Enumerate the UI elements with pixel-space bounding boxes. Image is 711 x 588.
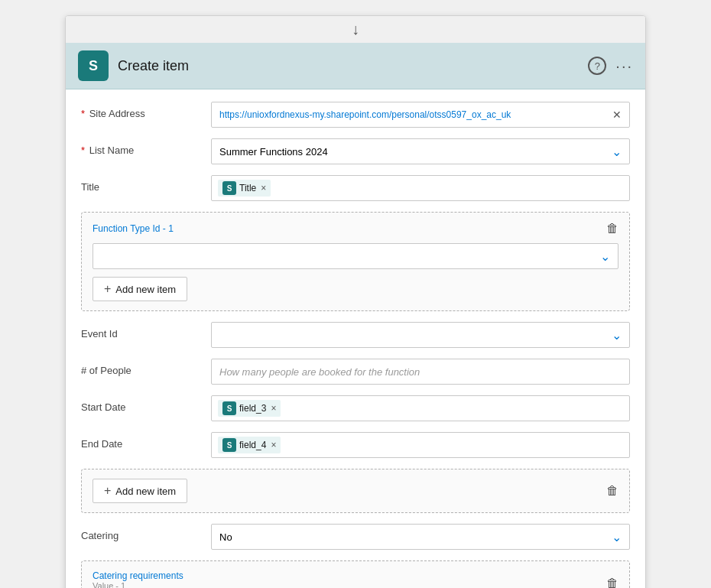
- title-token: S Title ×: [218, 180, 271, 197]
- event-id-label: Event Id: [81, 322, 203, 339]
- add-date-item-button[interactable]: + Add new item: [93, 479, 187, 503]
- end-date-input[interactable]: S field_4 ×: [211, 432, 630, 458]
- catering-req-delete-button[interactable]: 🗑: [606, 577, 618, 588]
- catering-value: No: [219, 531, 232, 543]
- function-type-header: Function Type Id - 1 🗑: [93, 222, 618, 236]
- site-address-row: * Site Address https://unioxfordnexus-my…: [81, 102, 630, 128]
- list-name-row: * List Name Summer Functions 2024 ⌄: [81, 138, 630, 164]
- start-date-token-label: field_3: [239, 403, 266, 414]
- num-people-label: # of People: [81, 359, 203, 376]
- add-date-plus-icon: +: [104, 484, 111, 498]
- catering-req-title: Catering requirements: [93, 570, 183, 581]
- num-people-input[interactable]: How many people are booked for the funct…: [211, 359, 630, 385]
- more-options-button[interactable]: ···: [615, 57, 633, 75]
- end-date-row: End Date S field_4 ×: [81, 432, 630, 458]
- num-people-row: # of People How many people are booked f…: [81, 359, 630, 385]
- catering-req-section: Catering requirements Value - 1 🗑 ⌄ + Ad…: [81, 560, 630, 588]
- list-name-label: * List Name: [81, 138, 203, 156]
- add-function-type-plus-icon: +: [104, 282, 111, 296]
- add-function-type-label: Add new item: [115, 284, 176, 295]
- event-id-dropdown[interactable]: ⌄: [211, 322, 630, 348]
- list-name-field: Summer Functions 2024 ⌄: [211, 138, 630, 164]
- end-date-field: S field_4 ×: [211, 432, 630, 458]
- end-date-token-icon: S: [222, 438, 236, 452]
- title-label: Title: [81, 175, 203, 193]
- title-row: Title S Title ×: [81, 175, 630, 201]
- start-date-label: Start Date: [81, 395, 203, 413]
- catering-chevron-icon: ⌄: [612, 530, 622, 544]
- list-name-dropdown[interactable]: Summer Functions 2024 ⌄: [211, 138, 630, 164]
- list-name-chevron-icon: ⌄: [612, 145, 622, 159]
- title-token-icon: S: [222, 181, 236, 195]
- site-address-label: * Site Address: [81, 102, 203, 119]
- function-type-chevron-icon: ⌄: [600, 249, 610, 264]
- title-token-label: Title: [239, 183, 256, 193]
- event-id-row: Event Id ⌄: [81, 322, 630, 348]
- add-function-type-button[interactable]: + Add new item: [93, 277, 187, 301]
- date-section-delete-button[interactable]: 🗑: [606, 484, 618, 498]
- add-date-item-label: Add new item: [115, 486, 176, 497]
- date-section-box: + Add new item 🗑: [81, 469, 630, 513]
- function-type-title: Function Type Id - 1: [93, 223, 174, 234]
- list-name-value: Summer Functions 2024: [219, 146, 328, 158]
- end-date-token-remove[interactable]: ×: [271, 440, 276, 450]
- end-date-token: S field_4 ×: [218, 437, 281, 453]
- form-body: * Site Address https://unioxfordnexus-my…: [66, 89, 645, 588]
- title-field: S Title ×: [211, 175, 630, 201]
- catering-req-subtitle: Value - 1: [93, 581, 183, 588]
- title-token-remove[interactable]: ×: [261, 183, 266, 193]
- function-type-delete-button[interactable]: 🗑: [606, 222, 618, 236]
- help-button[interactable]: ?: [588, 57, 606, 75]
- site-address-url: https://unioxfordnexus-my.sharepoint.com…: [219, 109, 608, 120]
- dialog-header: S Create item ? ···: [66, 43, 645, 89]
- function-type-dropdown[interactable]: ⌄: [93, 243, 618, 269]
- start-date-token-remove[interactable]: ×: [271, 403, 276, 414]
- catering-req-header: Catering requirements Value - 1 🗑: [93, 570, 618, 588]
- event-id-field: ⌄: [211, 322, 630, 348]
- start-date-token-icon: S: [222, 401, 236, 415]
- catering-dropdown[interactable]: No ⌄: [211, 524, 630, 550]
- clear-site-address-button[interactable]: ✕: [612, 109, 622, 121]
- start-date-row: Start Date S field_3 ×: [81, 395, 630, 421]
- catering-label: Catering: [81, 524, 203, 541]
- header-actions: ? ···: [588, 57, 633, 75]
- start-date-token: S field_3 ×: [218, 400, 281, 417]
- flow-arrow: ↓: [66, 16, 645, 43]
- catering-row: Catering No ⌄: [81, 524, 630, 550]
- start-date-field: S field_3 ×: [211, 395, 630, 421]
- dialog-title: Create item: [118, 58, 579, 74]
- title-input[interactable]: S Title ×: [211, 175, 630, 201]
- end-date-label: End Date: [81, 432, 203, 450]
- function-type-section: Function Type Id - 1 🗑 ⌄ + Add new item: [81, 212, 630, 311]
- start-date-input[interactable]: S field_3 ×: [211, 395, 630, 421]
- num-people-field: How many people are booked for the funct…: [211, 359, 630, 385]
- app-logo: S: [78, 50, 109, 81]
- num-people-placeholder: How many people are booked for the funct…: [219, 366, 420, 378]
- site-address-input[interactable]: https://unioxfordnexus-my.sharepoint.com…: [211, 102, 630, 128]
- end-date-token-label: field_4: [239, 440, 266, 450]
- site-address-field: https://unioxfordnexus-my.sharepoint.com…: [211, 102, 630, 128]
- catering-field: No ⌄: [211, 524, 630, 550]
- event-id-chevron-icon: ⌄: [612, 328, 622, 343]
